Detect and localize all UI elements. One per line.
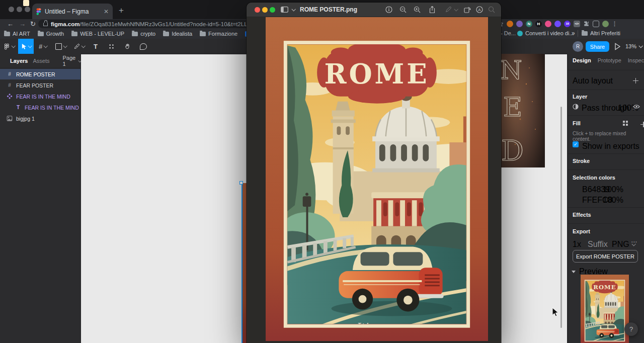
selection-handle[interactable]: [239, 181, 243, 185]
page-name: Page 1: [63, 55, 76, 67]
extensions-puzzle-icon[interactable]: [583, 21, 590, 27]
profile-avatar[interactable]: [602, 21, 609, 27]
extension-n-icon[interactable]: N: [526, 21, 532, 27]
frame-tool-button[interactable]: #: [34, 39, 52, 54]
image-icon: [7, 116, 13, 121]
extension-code-icon[interactable]: </>: [574, 21, 580, 27]
export-more-icon[interactable]: ⋯: [631, 238, 637, 245]
bookmark-item[interactable]: Idealista: [163, 31, 192, 37]
blend-mode-icon[interactable]: [573, 104, 579, 110]
layer-row-fear-poster[interactable]: # FEAR POSTER: [0, 80, 80, 91]
panel-tabs: Design Prototype Inspect: [573, 57, 644, 63]
window-minimize-button[interactable]: [17, 7, 22, 12]
help-button[interactable]: ?: [624, 322, 638, 336]
rome-poster-image: [266, 17, 488, 341]
visibility-eye-icon[interactable]: [633, 104, 640, 109]
extension-metamask-icon[interactable]: [507, 21, 513, 27]
share-icon[interactable]: [429, 6, 436, 14]
markup-pencil-icon[interactable]: [445, 6, 452, 13]
markup-toolbar-icon[interactable]: A: [476, 6, 483, 13]
pen-tool-button[interactable]: [70, 39, 88, 54]
layer-row-rome-poster[interactable]: # ROME POSTER: [0, 69, 80, 79]
bookmark-item-cut[interactable]: - De...: [501, 30, 516, 36]
tab-layers[interactable]: Layers: [10, 58, 28, 64]
share-button[interactable]: Share: [586, 41, 609, 52]
extensions-row: N H 18 </> ⋮: [497, 19, 644, 29]
svg-text:A: A: [478, 8, 481, 12]
fear-letter: E: [503, 92, 522, 122]
info-icon[interactable]: [385, 6, 392, 13]
browser-menu-icon[interactable]: ⋮: [612, 21, 617, 27]
zoom-level: 13%: [625, 43, 636, 49]
bookmarks-overflow-icon[interactable]: »: [572, 30, 575, 37]
tab-design[interactable]: Design: [573, 57, 591, 63]
extension-circle-icon[interactable]: [554, 21, 561, 27]
layer-row-fear-text[interactable]: T FEAR IS IN THE MIND: [0, 102, 80, 113]
export-suffix-input[interactable]: Suffix: [588, 240, 608, 249]
search-icon[interactable]: [488, 6, 495, 13]
text-tool-button[interactable]: T: [88, 39, 103, 54]
bookmark-folder-altri[interactable]: Altri Preferiti: [582, 30, 620, 36]
tab-inspect[interactable]: Inspect: [628, 57, 644, 63]
page-selector[interactable]: Page 1: [63, 55, 82, 67]
add-auto-layout-icon[interactable]: [633, 78, 638, 83]
export-format-value: PNG: [612, 240, 629, 249]
export-scale-select[interactable]: 1x: [573, 240, 581, 249]
bookmark-item-converti[interactable]: Converti i video di...: [517, 30, 574, 36]
tab-prototype[interactable]: Prototype: [598, 57, 621, 63]
zoom-in-icon[interactable]: [414, 6, 421, 13]
user-avatar[interactable]: R: [573, 41, 583, 52]
show-in-exports-checkbox[interactable]: ✓: [573, 141, 579, 147]
canvas-scrollbar[interactable]: [560, 107, 562, 328]
resources-tool-button[interactable]: [103, 39, 119, 54]
bookmark-label: - De...: [501, 30, 516, 36]
window-zoom-button[interactable]: [25, 7, 30, 12]
window-close-button[interactable]: [9, 7, 14, 12]
back-icon[interactable]: ←: [7, 20, 14, 28]
add-fill-icon[interactable]: [640, 122, 644, 127]
rotate-icon[interactable]: [464, 6, 471, 13]
tab-groups-icon[interactable]: [593, 21, 599, 27]
forward-icon[interactable]: →: [19, 20, 26, 28]
extension-key-icon[interactable]: [545, 21, 551, 27]
color-opacity[interactable]: 100%: [603, 185, 623, 194]
tab-title: Untitled – Figma: [45, 8, 100, 15]
color-opacity[interactable]: 100%: [603, 196, 623, 205]
comment-tool-button[interactable]: [135, 39, 151, 54]
browser-tab[interactable]: Untitled – Figma ✕: [32, 4, 113, 19]
preview-minimize-button[interactable]: [262, 7, 268, 13]
present-button[interactable]: [614, 43, 621, 50]
move-tool-button[interactable]: [18, 39, 34, 54]
frame-icon: #: [7, 71, 13, 77]
effects-section-label: Effects: [573, 212, 591, 218]
selection-colors-label: Selection colors: [573, 175, 615, 181]
tab-assets[interactable]: Assets: [33, 58, 49, 64]
main-menu-button[interactable]: [0, 39, 18, 54]
new-tab-button[interactable]: +: [119, 6, 124, 15]
tab-close-icon[interactable]: ✕: [104, 8, 109, 15]
zoom-control[interactable]: 13%: [625, 43, 642, 49]
preview-close-button[interactable]: [255, 7, 260, 13]
mixed-fill-icon[interactable]: [623, 121, 628, 126]
bookmark-item[interactable]: AI ART: [4, 31, 30, 37]
extension-badge-18-icon[interactable]: 18: [564, 21, 571, 27]
bookmark-item[interactable]: WEB - LEVEL-UP: [71, 31, 124, 37]
sidebar-toggle-icon[interactable]: [281, 7, 288, 13]
hand-tool-button[interactable]: [119, 39, 135, 54]
bookmark-label: Growth: [46, 31, 64, 37]
extension-purple-icon[interactable]: [516, 21, 523, 27]
reload-icon[interactable]: ↻: [30, 20, 36, 28]
color-swatch[interactable]: [23, 0, 29, 6]
layer-row-bigjpg[interactable]: bigjpg 1: [0, 113, 80, 124]
bookmark-item[interactable]: Formazione: [200, 31, 237, 37]
layer-row-fear-component[interactable]: FEAR IS IN THE MIND: [0, 91, 80, 102]
fill-section-label: Fill: [573, 120, 581, 126]
preview-zoom-button[interactable]: [270, 7, 275, 13]
zoom-out-icon[interactable]: [399, 6, 407, 13]
export-rome-poster-button[interactable]: Export ROME POSTER: [573, 250, 638, 263]
bookmark-item[interactable]: Growth: [38, 31, 64, 37]
bookmark-item[interactable]: crypto: [132, 31, 155, 37]
extension-h-icon[interactable]: H: [535, 21, 542, 27]
folder-icon: [71, 32, 77, 36]
shape-tool-button[interactable]: [52, 39, 70, 54]
